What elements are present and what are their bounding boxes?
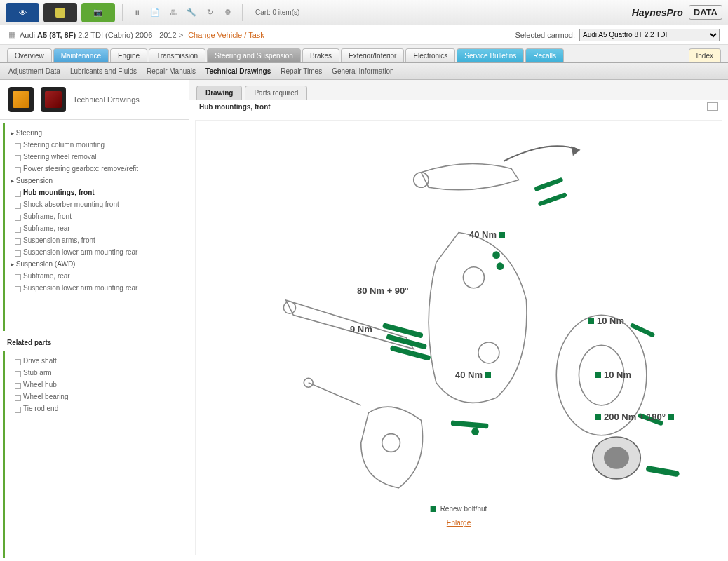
- svg-point-21: [471, 428, 479, 435]
- svg-point-1: [463, 267, 484, 288]
- torque-label-4: 10 Nm: [588, 316, 624, 326]
- svg-rect-15: [451, 420, 489, 428]
- main-tab-service-bulletins[interactable]: Service Bulletins: [457, 48, 524, 62]
- svg-point-20: [497, 262, 504, 270]
- drawing-tabs: DrawingParts required: [189, 80, 728, 100]
- related-parts-list: Drive shaftStub armWheel hubWheel bearin…: [3, 351, 186, 559]
- camera-icon: 📷: [93, 8, 103, 17]
- sidebar: Technical Drawings ▸ SteeringSteering co…: [0, 80, 189, 561]
- refresh-icon[interactable]: ↻: [203, 6, 217, 20]
- breadcrumb: ▦ Audi A5 (8T, 8F) 2.2 TDI (Cabrio) 2006…: [0, 25, 728, 45]
- torque-label-5: 40 Nm: [455, 370, 491, 380]
- tree-item[interactable]: Steering wheel removal: [5, 151, 186, 163]
- content: Technical Drawings ▸ SteeringSteering co…: [0, 80, 728, 561]
- related-part-item[interactable]: Tie rod end: [5, 403, 186, 414]
- sub-tab-technical-drawings[interactable]: Technical Drawings: [205, 67, 271, 75]
- brand-data: DATA: [689, 5, 722, 20]
- torque-label-3: 9 Nm: [350, 324, 372, 334]
- sidebar-header: Technical Drawings: [0, 80, 189, 120]
- tree-item[interactable]: Steering column mounting: [5, 139, 186, 151]
- related-part-item[interactable]: Wheel bearing: [5, 391, 186, 403]
- sidebar-title: Technical Drawings: [73, 95, 140, 104]
- torque-label-7: 200 Nm + 180°: [595, 412, 674, 422]
- svg-point-19: [492, 251, 500, 259]
- tree-item[interactable]: Subframe, rear: [5, 270, 186, 282]
- module-button-1[interactable]: [43, 3, 77, 22]
- main-tab-steering-and-suspension[interactable]: Steering and Suspension: [207, 48, 301, 62]
- diagram-legend: Renew bolt/nut: [431, 505, 487, 513]
- main-area: DrawingParts required Hub mountings, fro…: [189, 80, 728, 561]
- module-button-2[interactable]: 📷: [81, 3, 115, 22]
- svg-rect-18: [645, 466, 680, 478]
- tree-item[interactable]: Suspension lower arm mounting rear: [5, 246, 186, 258]
- home-button[interactable]: 👁: [6, 3, 39, 22]
- svg-rect-10: [534, 177, 563, 192]
- main-tab-recalls[interactable]: Recalls: [525, 48, 564, 62]
- svg-point-0: [414, 173, 429, 187]
- main-tabs: OverviewMaintenanceEngineTransmissionSte…: [0, 45, 728, 63]
- drawing-tab-parts-required[interactable]: Parts required: [245, 86, 307, 100]
- vehicle-icon: ▦: [8, 30, 15, 39]
- drawing-tab-drawing[interactable]: Drawing: [196, 86, 242, 100]
- tree-item[interactable]: Suspension arms, front: [5, 234, 186, 246]
- separator: [122, 4, 123, 21]
- carmod-selector: Selected carmod: Audi A5 Quattro 8T 2.2 …: [515, 29, 720, 41]
- settings-icon[interactable]: ⚙: [221, 6, 235, 20]
- tree-item[interactable]: Suspension lower arm mounting rear: [5, 282, 186, 294]
- svg-point-7: [605, 447, 628, 468]
- drawing-title-row: Hub mountings, front: [189, 100, 728, 114]
- expand-button[interactable]: [707, 102, 718, 111]
- pause-icon[interactable]: ⏸: [130, 6, 144, 20]
- tool-icon[interactable]: 🔧: [184, 6, 198, 20]
- document-icon[interactable]: 📄: [148, 6, 162, 20]
- torque-label-2: 80 Nm + 90°: [357, 285, 409, 296]
- tree-group[interactable]: ▸ Suspension (AWD): [5, 258, 186, 270]
- main-tab-transmission[interactable]: Transmission: [149, 48, 205, 62]
- bc-prefix: Audi: [20, 31, 35, 39]
- sub-tab-repair-times[interactable]: Repair Times: [281, 67, 322, 75]
- enlarge-link[interactable]: Enlarge: [447, 519, 471, 527]
- brand-haynes: HaynesPro: [632, 7, 683, 18]
- eye-icon: 👁: [19, 8, 27, 17]
- change-vehicle-link[interactable]: Change Vehicle / Task: [188, 31, 264, 39]
- related-part-item[interactable]: Wheel hub: [5, 379, 186, 391]
- brand-area: HaynesPro DATA: [632, 5, 722, 20]
- drawings-icon: [8, 87, 34, 112]
- tree-item[interactable]: Power steering gearbox: remove/refit: [5, 163, 186, 175]
- separator: [242, 4, 243, 21]
- main-tab-exterior-interior[interactable]: Exterior/Interior: [341, 48, 404, 62]
- sub-tab-lubricants-and-fluids[interactable]: Lubricants and Fluids: [70, 67, 137, 75]
- torque-label-1: 40 Nm: [469, 229, 505, 240]
- bc-sep: >: [179, 31, 183, 39]
- main-tab-maintenance[interactable]: Maintenance: [53, 48, 109, 62]
- related-part-item[interactable]: Stub arm: [5, 367, 186, 379]
- main-tab-engine[interactable]: Engine: [110, 48, 147, 62]
- tree-item[interactable]: Subframe, rear: [5, 222, 186, 234]
- main-tab-overview[interactable]: Overview: [7, 48, 52, 62]
- top-toolbar: 👁 📷 ⏸ 📄 🖶 🔧 ↻ ⚙ Cart: 0 item(s) HaynesPr…: [0, 0, 728, 25]
- sub-tabs: Adjustment DataLubricants and FluidsRepa…: [0, 63, 728, 80]
- carmod-select[interactable]: Audi A5 Quattro 8T 2.2 TDI: [579, 29, 720, 41]
- sub-tab-adjustment-data[interactable]: Adjustment Data: [8, 67, 60, 75]
- main-tab-brakes[interactable]: Brakes: [302, 48, 339, 62]
- main-tab-index[interactable]: Index: [689, 48, 721, 62]
- selected-label: Selected carmod:: [515, 31, 575, 39]
- tree-group[interactable]: ▸ Suspension: [5, 175, 186, 187]
- tree-item[interactable]: Subframe, front: [5, 210, 186, 222]
- svg-rect-11: [538, 192, 567, 207]
- related-part-item[interactable]: Drive shaft: [5, 355, 186, 367]
- tree-item[interactable]: Shock absorber mounting front: [5, 198, 186, 210]
- related-parts-header: Related parts: [0, 334, 189, 351]
- svg-point-8: [382, 434, 400, 452]
- tree-item[interactable]: Hub mountings, front: [5, 187, 186, 198]
- bc-variant: 2.2 TDI (Cabrio) 2006 - 2012: [78, 31, 176, 39]
- drawing-title: Hub mountings, front: [199, 103, 271, 111]
- cart-label[interactable]: Cart: 0 item(s): [255, 8, 299, 16]
- drawings-icon-2: [41, 87, 66, 112]
- main-tab-electronics[interactable]: Electronics: [405, 48, 455, 62]
- sub-tab-general-information[interactable]: General Information: [332, 67, 393, 75]
- tree-group[interactable]: ▸ Steering: [5, 127, 186, 139]
- print-icon[interactable]: 🖶: [166, 6, 180, 20]
- sub-tab-repair-manuals[interactable]: Repair Manuals: [147, 67, 196, 75]
- svg-point-2: [478, 342, 499, 363]
